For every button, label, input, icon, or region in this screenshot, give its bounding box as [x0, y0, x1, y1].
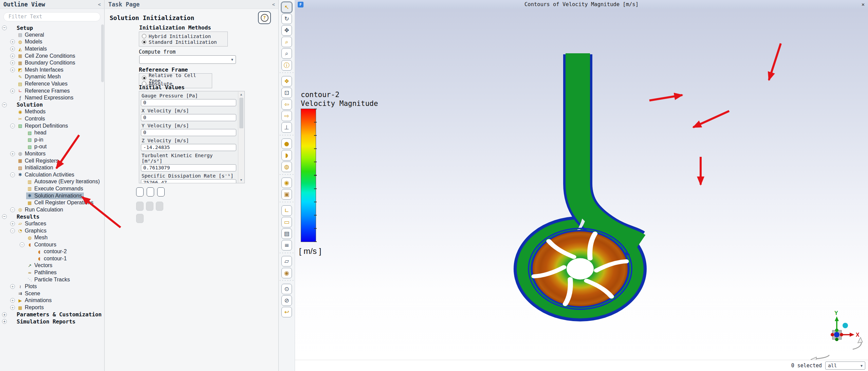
value-input[interactable]: 0 [141, 99, 236, 106]
tree-expander-icon[interactable]: − [20, 242, 24, 247]
filter-text-input[interactable]: Filter Text [3, 12, 100, 21]
copy-view-tool[interactable]: ▱ [281, 256, 292, 266]
radio-dot-icon[interactable] [142, 40, 146, 44]
tree-item-run-calculation[interactable]: − ◎ Run Calculation [0, 206, 100, 213]
tree-item-head[interactable]: ▧ head [0, 129, 100, 136]
tree-expander-icon[interactable]: − [2, 214, 7, 219]
tree-item-pathlines[interactable]: ≈ Pathlines [0, 269, 100, 276]
tree-expander-icon[interactable]: + [10, 221, 15, 226]
tree-item-cell-zone-conditions[interactable]: + ▦ Cell Zone Conditions [0, 52, 100, 59]
display-options-tool[interactable]: ≡ [281, 240, 292, 251]
lights-tool[interactable]: ❖ [281, 76, 292, 87]
tree-item-solution-animations[interactable]: ✱ Solution Animations [0, 192, 100, 199]
tree-item-contours[interactable]: − ◖ Contours [0, 241, 100, 248]
tree-expander-icon[interactable]: + [2, 312, 7, 317]
info-tool[interactable]: ⓘ [281, 60, 292, 71]
tree-item-execute-commands[interactable]: ▥ Execute Commands [0, 185, 100, 192]
value-input[interactable]: 0.7613079 [141, 164, 236, 171]
tree-item-controls[interactable]: ✂ Controls [0, 115, 100, 123]
axes-tool[interactable]: ⊥ [281, 122, 292, 133]
tree-item-plots[interactable]: + ≀ Plots [0, 283, 100, 290]
axis-plot-tool[interactable]: ∟ [281, 205, 292, 216]
patch-button[interactable] [157, 187, 165, 197]
rotate-view-tool[interactable]: ↻ [281, 14, 292, 24]
graphics-viewport[interactable]: Y X cont [295, 9, 868, 360]
hide-surfaces-tool[interactable]: ⊘ [281, 295, 292, 306]
tree-expander-icon[interactable]: − [10, 172, 15, 177]
tree-item-autosave[interactable]: ▥ Autosave (Every Iterations) [0, 178, 100, 185]
meshed-surface-tool[interactable]: ◍ [281, 162, 292, 172]
tree-item-solution[interactable]: − Solution [0, 101, 100, 109]
views-cube-tool[interactable]: ▣ [281, 189, 292, 200]
value-input[interactable]: 75766.47 [141, 179, 236, 183]
tree-item-simulation-reports[interactable]: + Simulation Reports [0, 318, 100, 325]
value-input[interactable]: 0 [141, 114, 236, 121]
tree-expander-icon[interactable]: + [10, 305, 15, 310]
annotate-tool[interactable]: ▤ [281, 228, 292, 239]
colormap-tool[interactable]: ▭ [281, 217, 292, 227]
blob-display-tool[interactable]: ◗ [281, 150, 292, 161]
tree-expander-icon[interactable]: + [2, 319, 7, 324]
tree-item-monitors[interactable]: + ◎ Monitors [0, 150, 100, 157]
wireframe-sphere-tool[interactable]: ◉ [281, 178, 292, 188]
help-button[interactable]: ? [258, 11, 271, 24]
tree-item-reference-frames[interactable]: + ∟ Reference Frames [0, 87, 100, 94]
value-input[interactable]: 0 [141, 129, 236, 136]
scroll-down-icon[interactable]: ▼ [240, 177, 242, 183]
magnify-window-tool[interactable]: ⊡ [281, 88, 292, 98]
show-surfaces-tool[interactable]: ⊙ [281, 284, 292, 294]
tree-expander-icon[interactable]: + [10, 60, 15, 65]
tree-expander-icon[interactable]: − [2, 25, 7, 30]
tree-item-results[interactable]: − Results [0, 213, 100, 220]
tree-item-mesh[interactable]: ◍ Mesh [0, 234, 100, 241]
tree-expander-icon[interactable]: − [10, 124, 15, 128]
snapshot-tool[interactable]: ◉ [281, 268, 292, 278]
tree-item-cell-registers[interactable]: ▦ Cell Registers [0, 157, 100, 164]
initialize-button[interactable] [136, 187, 144, 197]
tree-item-surfaces[interactable]: + ▱ Surfaces [0, 220, 100, 227]
tree-item-general[interactable]: ▤ General [0, 32, 100, 39]
tree-item-models[interactable]: + ◍ Models [0, 38, 100, 45]
tree-item-cell-register-operations[interactable]: ▩ Cell Register Operations [0, 199, 100, 206]
tree-item-setup[interactable]: − Setup [0, 24, 100, 32]
tree-expander-icon[interactable]: + [10, 298, 15, 303]
tree-item-reference-values[interactable]: ▤ Reference Values [0, 80, 100, 88]
reset-button[interactable] [147, 187, 154, 197]
tree-expander-icon[interactable]: − [10, 207, 15, 212]
tree-expander-icon[interactable]: − [10, 228, 15, 233]
zoom-in-out-tool[interactable]: ⌕ [281, 37, 292, 47]
tree-item-scene[interactable]: ⇉ Scene [0, 290, 100, 297]
compute-from-dropdown[interactable]: ▼ [139, 55, 236, 64]
initialization-method-radio[interactable]: Standard Initialization [142, 39, 225, 45]
tree-expander-icon[interactable]: + [10, 54, 15, 58]
next-view-tool[interactable]: ⇨ [281, 111, 292, 121]
tree-expander-icon[interactable]: + [10, 68, 15, 72]
tree-item-mesh-interfaces[interactable]: + ◩ Mesh Interfaces [0, 67, 100, 74]
shaded-contour-tool[interactable]: ● [281, 138, 292, 149]
tree-item-contour-2[interactable]: ◖ contour-2 [0, 248, 100, 255]
collapse-task-page-button[interactable]: < [272, 2, 275, 7]
tree-expander-icon[interactable]: − [2, 103, 7, 107]
tree-item-reports[interactable]: + ▩ Reports [0, 304, 100, 311]
previous-view-tool[interactable]: ⇦ [281, 99, 292, 110]
tree-item-p-in[interactable]: ▧ p-in [0, 136, 100, 144]
tree-item-calculation-activities[interactable]: − ✱ Calculation Activities [0, 171, 100, 178]
initialization-method-radio[interactable]: Hybrid Initialization [142, 33, 225, 39]
tree-item-report-definitions[interactable]: − ▧ Report Definitions [0, 122, 100, 129]
tree-item-graphics[interactable]: − ◔ Graphics [0, 227, 100, 234]
tree-item-vectors[interactable]: ↗ Vectors [0, 262, 100, 269]
pan-tool[interactable]: ✥ [281, 25, 292, 36]
collapse-outline-button[interactable]: < [98, 2, 101, 7]
reference-frame-radio[interactable]: Relative to Cell Zone [142, 75, 209, 81]
tree-item-animations[interactable]: + ▶ Animations [0, 297, 100, 304]
zoom-box-tool[interactable]: ⌕ [281, 48, 292, 59]
radio-dot-icon[interactable] [142, 34, 146, 38]
radio-dot-icon[interactable] [142, 76, 146, 80]
tree-expander-icon[interactable]: + [10, 47, 15, 51]
scroll-up-icon[interactable]: ▲ [240, 92, 242, 97]
initial-values-scrollbar[interactable]: ▲ ▼ [238, 92, 244, 183]
tree-item-named-expressions[interactable]: ƒ Named Expressions [0, 94, 100, 101]
tree-expander-icon[interactable]: + [10, 151, 15, 156]
tree-scrollbar[interactable] [101, 24, 104, 323]
tree-item-methods[interactable]: ◉ Methods [0, 108, 100, 115]
